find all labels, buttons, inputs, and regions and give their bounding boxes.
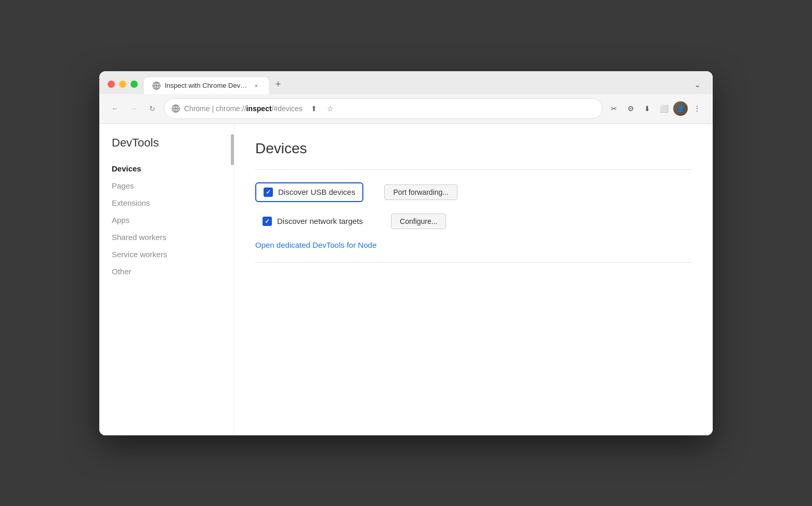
options-area: ✓ Discover USB devices Port forwarding..… [255,182,692,250]
node-devtools-row: Open dedicated DevTools for Node [255,241,692,250]
discover-usb-label: Discover USB devices [278,188,355,196]
tab-list-button[interactable]: ⌄ [690,77,704,92]
browser-window: Inspect with Chrome Develope... × + ⌄ ← … [99,71,713,435]
close-button[interactable] [108,81,115,88]
title-bar: Inspect with Chrome Develope... × + ⌄ [99,71,713,94]
url-globe-icon [172,104,180,113]
address-bar: ← → ↻ Chrome | chrome://inspect/#devices… [99,94,713,124]
sidebar-nav: Devices Pages Extensions Apps Shared wor… [99,160,234,280]
page-title: Devices [255,140,692,157]
extensions-button[interactable]: ⚙ [623,101,638,116]
user-avatar[interactable]: 👤 [673,101,688,116]
main-content: DevTools Devices Pages Extensions Apps S… [99,124,713,435]
url-source: Chrome | chrome://inspect/#devices [184,104,303,113]
fullscreen-button[interactable]: ⬜ [657,101,671,116]
network-checkbox-checkmark: ✓ [265,218,270,224]
toolbar-actions: ✂ ⚙ ⬇ ⬜ 👤 ⋮ [607,101,704,116]
sidebar-item-service-workers[interactable]: Service workers [99,246,234,263]
usb-option-row: ✓ Discover USB devices Port forwarding..… [255,182,692,202]
url-path-text: inspect [246,104,272,113]
port-forwarding-button[interactable]: Port forwarding... [384,184,457,200]
tab-title: Inspect with Chrome Develope... [165,82,248,89]
back-button[interactable]: ← [108,101,122,116]
sidebar-scrollbar[interactable] [231,134,234,165]
sidebar-item-devices[interactable]: Devices [99,160,234,177]
tab-favicon [152,82,161,90]
avatar-image: 👤 [673,101,688,116]
discover-network-checkbox[interactable]: ✓ [263,217,272,226]
active-tab[interactable]: Inspect with Chrome Develope... × [144,77,269,94]
bookmark-button[interactable]: ☆ [323,101,338,116]
menu-button[interactable]: ⋮ [690,101,704,116]
discover-network-checkbox-wrapper[interactable]: ✓ Discover network targets [255,212,370,230]
tab-close-button[interactable]: × [252,82,260,90]
new-tab-button[interactable]: + [271,77,285,92]
share-button[interactable]: ⬆ [307,101,321,116]
download-button[interactable]: ⬇ [640,101,654,116]
scissors-button[interactable]: ✂ [607,101,621,116]
sidebar-item-other[interactable]: Other [99,263,234,280]
network-option-row: ✓ Discover network targets Configure... [255,212,692,230]
url-anchor-text: /#devices [272,104,303,113]
discover-network-label: Discover network targets [277,217,363,225]
url-source-text: Chrome | chrome:// [184,104,246,113]
sidebar-title: DevTools [99,136,234,160]
page-content: Devices ✓ Discover USB devices Port forw… [234,124,713,435]
sidebar-item-extensions[interactable]: Extensions [99,194,234,211]
maximize-button[interactable] [130,81,138,88]
checkbox-checkmark: ✓ [266,189,271,195]
node-devtools-link[interactable]: Open dedicated DevTools for Node [255,241,376,249]
minimize-button[interactable] [119,81,126,88]
traffic-lights [108,81,138,94]
forward-button[interactable]: → [126,101,141,116]
discover-usb-checkbox[interactable]: ✓ [264,188,273,197]
sidebar-item-shared-workers[interactable]: Shared workers [99,229,234,246]
tabs-area: Inspect with Chrome Develope... × + ⌄ [144,77,704,94]
url-bar[interactable]: Chrome | chrome://inspect/#devices ⬆ ☆ [164,98,603,119]
sidebar-item-apps[interactable]: Apps [99,211,234,229]
sidebar: DevTools Devices Pages Extensions Apps S… [99,124,234,435]
configure-button[interactable]: Configure... [391,214,446,229]
bottom-divider [255,262,692,263]
reload-button[interactable]: ↻ [145,101,160,116]
url-actions: ⬆ ☆ [307,101,338,116]
sidebar-item-pages[interactable]: Pages [99,177,234,194]
top-divider [255,169,692,170]
discover-usb-checkbox-wrapper[interactable]: ✓ Discover USB devices [255,182,363,202]
